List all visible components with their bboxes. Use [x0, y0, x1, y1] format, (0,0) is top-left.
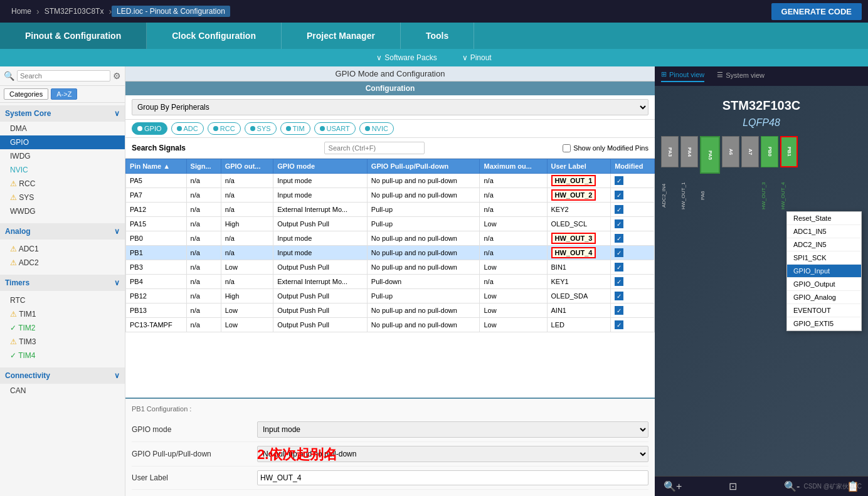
- table-row[interactable]: PB1 n/a n/a Input mode No pull-up and no…: [126, 246, 655, 260]
- sidebar-item-can[interactable]: CAN: [0, 384, 125, 398]
- tab-project[interactable]: Project Manager: [282, 23, 401, 49]
- zoom-in-button[interactable]: 🔍+: [660, 479, 685, 493]
- sidebar-item-dma[interactable]: DMA: [0, 122, 125, 135]
- ptab-gpio[interactable]: GPIO: [132, 122, 167, 135]
- sidebar-item-sys[interactable]: ⚠ SYS: [0, 191, 125, 204]
- pin-pa3[interactable]: PA3: [661, 136, 679, 174]
- table-row[interactable]: PB12 n/a High Output Push Pull Pull-up L…: [126, 289, 655, 303]
- table-row[interactable]: PA7 n/a n/a Input mode No pull-up and no…: [126, 188, 655, 203]
- breadcrumb-home[interactable]: Home: [6, 6, 36, 17]
- ptab-sys[interactable]: SYS: [245, 122, 277, 135]
- pin-pa5[interactable]: PA5: [700, 136, 720, 174]
- sidebar-section-header-analog[interactable]: Analog ∨: [0, 223, 125, 240]
- modified-checkbox[interactable]: ✓: [615, 176, 623, 185]
- user-label-label: User Label: [132, 473, 257, 482]
- gpio-mode-select[interactable]: Input mode: [257, 421, 648, 438]
- cell-pin-name: PA5: [126, 174, 187, 188]
- ptab-tim[interactable]: TIM: [280, 122, 310, 135]
- ptab-nvic[interactable]: NVIC: [359, 122, 394, 135]
- pin-box-pb1: PB1: [780, 136, 798, 167]
- sidebar-item-nvic[interactable]: NVIC: [0, 163, 125, 177]
- breadcrumb-file[interactable]: LED.ioc - Pinout & Configuration: [112, 6, 230, 17]
- tab-clock[interactable]: Clock Configuration: [147, 23, 282, 49]
- show-modified-checkbox[interactable]: [563, 144, 571, 152]
- sidebar-section-header-system-core[interactable]: System Core ∨: [0, 105, 125, 122]
- modified-checkbox[interactable]: ✓: [615, 205, 623, 214]
- table-row[interactable]: PB13 n/a Low Output Push Pull No pull-up…: [126, 303, 655, 318]
- filter-categories-button[interactable]: Categories: [4, 88, 48, 100]
- zoom-out-button[interactable]: 🔍-: [780, 479, 803, 493]
- dropdown-item-gpio-output[interactable]: GPIO_Output: [787, 278, 861, 291]
- table-row[interactable]: PB0 n/a n/a Input mode No pull-up and no…: [126, 231, 655, 246]
- sidebar-item-adc2[interactable]: ⚠ ADC2: [0, 256, 125, 270]
- dropdown-item-eventout[interactable]: EVENTOUT: [787, 304, 861, 317]
- subtab-software-packs[interactable]: ∨ Software Packs: [376, 53, 437, 62]
- pin-mode-dropdown[interactable]: Reset_State ADC1_IN5 ADC2_IN5 SPI1_SCK G…: [786, 211, 862, 331]
- sidebar-item-adc1[interactable]: ⚠ ADC1: [0, 242, 125, 256]
- pinout-view-tab[interactable]: ⊞ Pinout view: [661, 70, 704, 82]
- ptab-adc[interactable]: ADC: [171, 122, 204, 135]
- sidebar-item-tim4[interactable]: ✓ TIM4: [0, 349, 125, 362]
- tab-pinout[interactable]: Pinout & Configuration: [0, 23, 147, 49]
- sidebar-section-header-connectivity[interactable]: Connectivity ∨: [0, 367, 125, 384]
- modified-checkbox[interactable]: ✓: [615, 219, 623, 228]
- ptab-rcc[interactable]: RCC: [208, 122, 241, 135]
- pin-a6[interactable]: A6: [722, 136, 739, 174]
- table-row[interactable]: PA12 n/a n/a External Interrupt Mo... Pu…: [126, 203, 655, 217]
- sidebar-item-gpio[interactable]: GPIO: [0, 135, 125, 149]
- modified-checkbox[interactable]: ✓: [615, 277, 623, 286]
- table-row[interactable]: PB4 n/a n/a External Interrupt Mo... Pul…: [126, 275, 655, 289]
- sidebar-item-tim3[interactable]: ⚠ TIM3: [0, 335, 125, 349]
- pin-pb0[interactable]: PB0: [761, 136, 778, 174]
- dropdown-item-adc1in5[interactable]: ADC1_IN5: [787, 225, 861, 238]
- sidebar-item-wwdg[interactable]: WWDG: [0, 204, 125, 218]
- sidebar-item-rcc[interactable]: ⚠ RCC: [0, 177, 125, 191]
- modified-checkbox[interactable]: ✓: [615, 306, 623, 315]
- modified-checkbox[interactable]: ✓: [615, 292, 623, 300]
- modified-checkbox[interactable]: ✓: [615, 320, 623, 329]
- table-row[interactable]: PA5 n/a n/a Input mode No pull-up and no…: [126, 174, 655, 188]
- cell-user-label: HW_OUT_4: [547, 246, 611, 260]
- fit-view-button[interactable]: ⊡: [725, 479, 741, 493]
- breadcrumb-device[interactable]: STM32F103C8Tx: [40, 6, 109, 17]
- gear-icon[interactable]: ⚙: [113, 71, 121, 81]
- tab-tools[interactable]: Tools: [401, 23, 474, 49]
- dropdown-item-reset[interactable]: Reset_State: [787, 212, 861, 225]
- th-gpio-out: GPIO out...: [221, 159, 273, 174]
- modified-checkbox[interactable]: ✓: [615, 234, 623, 243]
- sidebar-item-tim1[interactable]: ⚠ TIM1: [0, 307, 125, 321]
- modified-checkbox[interactable]: ✓: [615, 263, 623, 272]
- search-input[interactable]: [17, 70, 110, 82]
- modified-checkbox[interactable]: ✓: [615, 248, 623, 257]
- sidebar: 🔍 ⚙ Categories A->Z System Core ∨ DMA GP…: [0, 66, 125, 496]
- sidebar-section-header-timers[interactable]: Timers ∨: [0, 275, 125, 291]
- subtab-pinout[interactable]: ∨ Pinout: [462, 53, 492, 62]
- modified-checkbox[interactable]: ✓: [615, 191, 623, 199]
- sidebar-item-tim2[interactable]: ✓ TIM2: [0, 321, 125, 335]
- dropdown-item-gpio-input[interactable]: GPIO_Input: [787, 265, 861, 278]
- dropdown-item-spi1sck[interactable]: SPI1_SCK: [787, 251, 861, 265]
- dropdown-item-adc2in5[interactable]: ADC2_IN5: [787, 238, 861, 251]
- ptab-usart[interactable]: USART: [314, 122, 356, 135]
- dropdown-item-gpio-exti5[interactable]: GPIO_EXTI5: [787, 317, 861, 330]
- cell-gpio-out: n/a: [221, 188, 273, 203]
- user-label-input[interactable]: [257, 470, 648, 485]
- filter-az-button[interactable]: A->Z: [51, 88, 77, 100]
- annotation-label-2: 2.依次起别名: [257, 445, 337, 464]
- dropdown-item-gpio-analog[interactable]: GPIO_Analog: [787, 291, 861, 304]
- table-row[interactable]: PC13-TAMPF n/a Low Output Push Pull No p…: [126, 318, 655, 332]
- table-row[interactable]: PB3 n/a Low Output Push Pull No pull-up …: [126, 260, 655, 275]
- sidebar-item-iwdg[interactable]: IWDG: [0, 149, 125, 163]
- signals-search-input[interactable]: [324, 142, 425, 154]
- cell-modified: ✓: [611, 303, 655, 318]
- system-view-tab[interactable]: ☰ System view: [717, 70, 765, 82]
- generate-code-button[interactable]: GENERATE CODE: [771, 3, 862, 20]
- pin-pa4[interactable]: PA4: [680, 136, 698, 174]
- table-row[interactable]: PA15 n/a High Output Push Pull Pull-up L…: [126, 217, 655, 231]
- pin-pb1[interactable]: PB1: [780, 136, 798, 174]
- sidebar-item-rtc[interactable]: RTC: [0, 293, 125, 307]
- show-modified-row: Show only Modified Pins: [563, 144, 648, 152]
- cell-gpio-mode: Output Push Pull: [273, 318, 368, 332]
- group-select[interactable]: Group By Peripherals: [132, 99, 648, 115]
- pin-a7[interactable]: A7: [741, 136, 759, 174]
